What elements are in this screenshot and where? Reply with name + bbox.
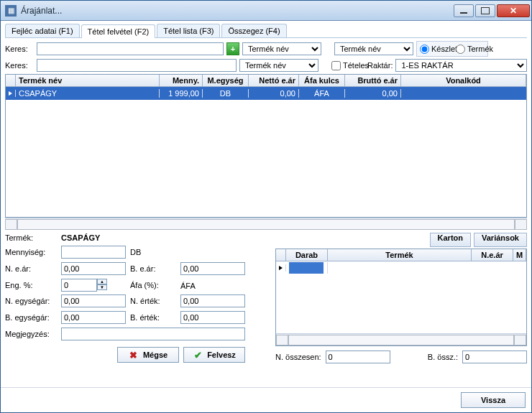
back-button[interactable]: Vissza: [461, 392, 526, 408]
search-label-2: Keres:: [5, 61, 34, 70]
mcol-m[interactable]: M: [513, 249, 526, 261]
qty-input[interactable]: [61, 246, 126, 259]
selected-cell[interactable]: [289, 262, 324, 274]
gross-label: B. e.ár:: [130, 264, 176, 273]
tab-header[interactable]: Fejléc adatai (F1): [5, 24, 80, 37]
note-input[interactable]: [61, 328, 245, 340]
x-icon: ✖: [129, 350, 139, 360]
col-unit[interactable]: M.egység: [203, 75, 249, 86]
warehouse-combo[interactable]: 1-ES RAKTÁR: [395, 59, 527, 72]
svg-marker-1: [279, 266, 283, 270]
close-button[interactable]: ✕: [497, 4, 530, 17]
cell-unit: DB: [203, 89, 249, 98]
radio-stock[interactable]: Készlet: [420, 45, 449, 54]
variants-hscroll[interactable]: [276, 333, 526, 345]
detail-form: Termék: CSAPÁGY Mennyiség: DB N. e.ár: B…: [5, 233, 270, 363]
n-val-label: N. érték:: [130, 297, 176, 305]
tab-item-entry[interactable]: Tétel felvétel (F2): [81, 24, 156, 38]
n-total-label: N. összesen:: [275, 353, 321, 361]
main-table-body[interactable]: CSAPÁGY 1 999,00 DB 0,00 ÁFA 0,00: [6, 87, 526, 217]
window: ▦ Árajánlat... ✕ Fejléc adatai (F1) Téte…: [0, 0, 532, 413]
minimize-button[interactable]: [454, 4, 474, 17]
search-row-1: Keres: + Termék név Termék név Készlet T…: [5, 41, 527, 57]
client-area: Fejléc adatai (F1) Tétel felvétel (F2) T…: [1, 21, 531, 387]
vat-label: Áfa (%):: [130, 281, 176, 289]
search-field-combo-1[interactable]: Termék név: [242, 42, 321, 55]
search-field-combo-3[interactable]: Termék név: [239, 59, 318, 72]
variants-button[interactable]: Variánsok: [474, 233, 527, 247]
b-val-input[interactable]: [180, 311, 245, 324]
main-table-hscroll[interactable]: [5, 218, 527, 230]
discount-spinner[interactable]: ▲▼: [61, 279, 126, 292]
search-input-1[interactable]: [37, 42, 224, 55]
maximize-button[interactable]: [475, 4, 495, 17]
gross-input[interactable]: [180, 262, 245, 275]
scroll-right-icon[interactable]: [515, 219, 527, 230]
svg-marker-0: [9, 91, 12, 96]
mcol-qty[interactable]: Darab: [286, 249, 328, 261]
mcol-net[interactable]: N.e.ár: [472, 249, 513, 261]
cancel-button[interactable]: ✖ Mégse: [117, 347, 179, 363]
scroll-left-icon[interactable]: [276, 335, 288, 345]
col-net[interactable]: Nettó e.ár: [249, 75, 299, 86]
row-marker-icon: [6, 90, 16, 97]
window-title: Árajánlat...: [21, 6, 452, 16]
right-panel: Karton Variánsok Darab Termék N.e.ár M: [275, 233, 527, 363]
spin-up-icon[interactable]: ▲: [97, 279, 107, 284]
bottom-panel: Termék: CSAPÁGY Mennyiség: DB N. e.ár: B…: [5, 233, 527, 363]
variants-grid-body[interactable]: [276, 261, 526, 333]
itemized-checkbox[interactable]: Tételes: [331, 61, 360, 70]
b-total-value[interactable]: [462, 351, 527, 363]
search-label: Keres:: [5, 45, 34, 53]
search-input-2[interactable]: [37, 59, 237, 72]
warehouse-label: Raktár:: [367, 61, 393, 70]
scroll-track[interactable]: [17, 219, 515, 230]
b-unit-input[interactable]: [61, 311, 126, 324]
search-field-combo-2[interactable]: Termék név: [334, 42, 413, 55]
disc-input[interactable]: [61, 279, 97, 292]
n-unit-label: N. egységár:: [5, 297, 57, 305]
b-total-label: B. össz.:: [428, 353, 458, 361]
footer: Vissza: [1, 387, 531, 412]
b-val-label: B. érték:: [130, 313, 176, 322]
cell-qty: 1 999,00: [160, 89, 203, 98]
b-unit-label: B. egységár:: [5, 313, 57, 322]
col-qty[interactable]: Menny.: [160, 75, 203, 86]
tab-item-list[interactable]: Tétel lista (F3): [157, 24, 220, 37]
unit-value: DB: [130, 248, 245, 256]
product-label: Termék:: [5, 233, 57, 242]
check-icon: ✔: [193, 350, 203, 360]
tabstrip: Fejléc adatai (F1) Tétel felvétel (F2) T…: [5, 24, 527, 38]
col-gross[interactable]: Bruttó e.ár: [345, 75, 401, 86]
table-row[interactable]: [276, 261, 526, 274]
radio-product[interactable]: Termék: [456, 45, 485, 54]
cell-net: 0,00: [249, 89, 299, 98]
net-input[interactable]: [61, 262, 126, 275]
col-vat[interactable]: Áfa kulcs: [299, 75, 345, 86]
main-table-header: Termék név Menny. M.egység Nettó e.ár Áf…: [6, 75, 526, 87]
col-product-name[interactable]: Termék név: [16, 75, 160, 86]
scroll-left-icon[interactable]: [5, 219, 17, 230]
sums-row: N. összesen: B. össz.:: [275, 351, 527, 363]
note-label: Megjegyzés:: [5, 330, 57, 338]
submit-button[interactable]: ✔ Felvesz: [183, 347, 245, 363]
scroll-track[interactable]: [288, 335, 514, 345]
mcol-product[interactable]: Termék: [328, 249, 472, 261]
variants-grid: Darab Termék N.e.ár M: [275, 249, 527, 346]
disc-label: Eng. %:: [5, 281, 57, 289]
n-unit-input[interactable]: [61, 294, 126, 307]
n-val-input[interactable]: [180, 294, 245, 307]
tab-summary[interactable]: Összegez (F4): [221, 24, 286, 37]
table-row[interactable]: CSAPÁGY 1 999,00 DB 0,00 ÁFA 0,00: [6, 87, 526, 100]
search-row-2: Keres: Termék név Tételes Raktár: 1-ES R…: [5, 59, 527, 72]
product-value: CSAPÁGY: [61, 233, 245, 242]
spin-down-icon[interactable]: ▼: [97, 284, 107, 290]
cell-vat: ÁFA: [299, 89, 345, 98]
karton-button[interactable]: Karton: [430, 233, 471, 247]
add-button[interactable]: +: [226, 42, 239, 55]
net-label: N. e.ár:: [5, 264, 57, 273]
n-total-value[interactable]: [326, 351, 390, 363]
scroll-right-icon[interactable]: [514, 335, 526, 345]
stock-product-radio-group: Készlet Termék: [416, 41, 488, 57]
col-barcode[interactable]: Vonalkód: [401, 75, 526, 86]
